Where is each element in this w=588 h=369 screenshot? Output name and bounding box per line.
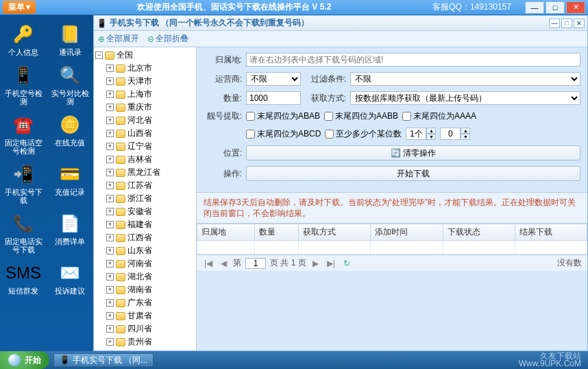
expander-icon[interactable]: + [106,117,114,124]
expander-icon[interactable]: + [106,325,114,333]
tree-node[interactable]: +北京市 [95,62,195,75]
panel-close-button[interactable]: ✕ [574,19,585,28]
pager-prev-button[interactable]: ◀ [219,259,229,268]
cb-count[interactable]: 至少多少个某位数 [325,128,402,140]
sidebar-item-label: 投诉建议 [55,287,85,295]
tree-node[interactable]: +山东省 [95,244,195,257]
maximize-button[interactable]: □ [546,1,565,14]
cb-aaaa[interactable]: 末尾四位为AAAA [402,110,476,122]
panel-maximize-button[interactable]: □ [561,19,572,28]
panel-minimize-button[interactable]: — [549,19,560,28]
expander-icon[interactable]: + [106,195,114,202]
table-header[interactable]: 结果下载 [515,224,587,241]
expander-icon[interactable]: + [106,247,114,254]
expander-icon[interactable]: + [106,299,114,307]
clear-button[interactable]: 🔄 清零操作 [246,145,580,160]
filter-label: 过滤条件: [305,73,346,85]
tree-node[interactable]: +河北省 [95,114,195,127]
expander-icon[interactable]: + [106,338,114,346]
sidebar-item-7[interactable]: 💳充值记录 [47,159,93,207]
expander-icon[interactable]: + [106,91,114,98]
tree-node[interactable]: +湖北省 [95,270,195,283]
expander-icon[interactable]: + [106,273,114,281]
pager-refresh-button[interactable]: ↻ [341,259,352,268]
expand-all-button[interactable]: ⊕全部展开 [98,33,139,45]
qty-input[interactable] [246,91,301,105]
expander-icon[interactable]: + [106,130,114,137]
tree-node[interactable]: +重庆市 [95,101,195,114]
table-header[interactable]: 数量 [255,224,299,241]
expander-icon[interactable]: + [106,312,114,320]
tree-node[interactable]: +天津市 [95,75,195,88]
expander-icon[interactable]: + [106,234,114,241]
tree-node[interactable]: +吉林省 [95,153,195,166]
tree-node[interactable]: +江西省 [95,231,195,244]
sidebar-item-0[interactable]: 🔑个人信息 [0,19,47,59]
method-select[interactable]: 按数据库顺序获取（最新上传号码） [350,91,580,105]
expander-icon[interactable]: + [106,143,114,150]
expander-icon[interactable]: + [106,208,114,215]
tree-node[interactable]: +福建省 [95,218,195,231]
table-header[interactable]: 下载状态 [443,224,515,241]
expander-icon[interactable]: + [106,78,114,85]
table-header[interactable]: 添加时间 [371,224,443,241]
tree-node[interactable]: +辽宁省 [95,140,195,153]
tree-node[interactable]: +广东省 [95,296,195,309]
tree-node[interactable]: +浙江省 [95,192,195,205]
pager-page-input[interactable] [245,258,266,269]
menu-button[interactable]: 菜单▾ [3,1,36,14]
sidebar-item-4[interactable]: ☎️固定电话空号检测 [0,110,47,158]
sidebar-item-label: 短信群发 [8,287,38,295]
region-input[interactable] [246,53,580,67]
pager-first-button[interactable]: |◀ [202,259,215,268]
tree-node[interactable]: +甘肃省 [95,309,195,322]
cb-aabb[interactable]: 末尾四位为AABB [324,110,398,122]
start-download-button[interactable]: 开始下载 [246,166,580,181]
tree-node[interactable]: +贵州省 [95,335,195,348]
sidebar-item-1[interactable]: 📒通讯录 [47,19,93,59]
pager-next-button[interactable]: ▶ [310,259,321,268]
start-button[interactable]: 开始 [0,351,49,369]
filter-select[interactable]: 不限 [350,72,580,86]
tree-node[interactable]: +安徽省 [95,205,195,218]
region-tree[interactable]: − 全国 +北京市+天津市+上海市+重庆市+河北省+山西省+辽宁省+吉林省+黑龙… [94,47,197,350]
tree-root[interactable]: − 全国 [95,49,195,62]
sidebar-item-2[interactable]: 📱手机空号检测 [0,60,47,108]
tree-node[interactable]: +上海市 [95,88,195,101]
cb-abab[interactable]: 末尾四位为ABAB [246,110,320,122]
sidebar-item-11[interactable]: ✉️投诉建议 [47,258,93,298]
table-header[interactable]: 获取方式 [299,224,371,241]
spin-count[interactable]: ▲▼ [406,128,436,140]
tree-node[interactable]: +江苏省 [95,179,195,192]
taskbar-item[interactable]: 📱 手机实号下载 （同... [53,353,154,367]
expander-icon[interactable]: + [106,64,114,72]
sidebar-item-5[interactable]: 🪙在线充值 [47,110,93,158]
expander-icon[interactable]: + [106,169,114,176]
pager-last-button[interactable]: ▶| [325,259,337,268]
sidebar-item-8[interactable]: 📞固定电话实号下载 [0,209,47,257]
tree-node[interactable]: +四川省 [95,322,195,335]
sidebar-item-6[interactable]: 📲手机实号下载 [0,159,47,207]
tree-node[interactable]: +黑龙江省 [95,166,195,179]
tree-node[interactable]: +湖南省 [95,283,195,296]
expander-icon[interactable]: + [106,104,114,111]
sidebar-item-9[interactable]: 📄消费详单 [47,209,93,257]
minimize-button[interactable]: — [525,1,544,14]
tree-node[interactable]: +河南省 [95,257,195,270]
expander-icon[interactable]: − [95,51,103,59]
expander-icon[interactable]: + [106,221,114,228]
carrier-select[interactable]: 不限 [246,72,301,86]
sidebar-item-10[interactable]: SMS短信群发 [0,258,47,298]
sidebar-item-3[interactable]: 🔍实号对比检测 [47,60,93,108]
expander-icon[interactable]: + [106,260,114,267]
expander-icon[interactable]: + [106,286,114,294]
expander-icon[interactable]: + [106,182,114,189]
table-header[interactable]: 归属地 [197,224,255,241]
sidebar-icon: 🔑 [9,22,38,47]
tree-node[interactable]: +山西省 [95,127,195,140]
collapse-all-button[interactable]: ⊖全部折叠 [147,33,188,45]
close-button[interactable]: ✕ [566,1,585,14]
spin-digit[interactable]: ▲▼ [440,128,470,140]
cb-abcd[interactable]: 末尾四位为ABCD [246,128,321,140]
expander-icon[interactable]: + [106,156,114,163]
